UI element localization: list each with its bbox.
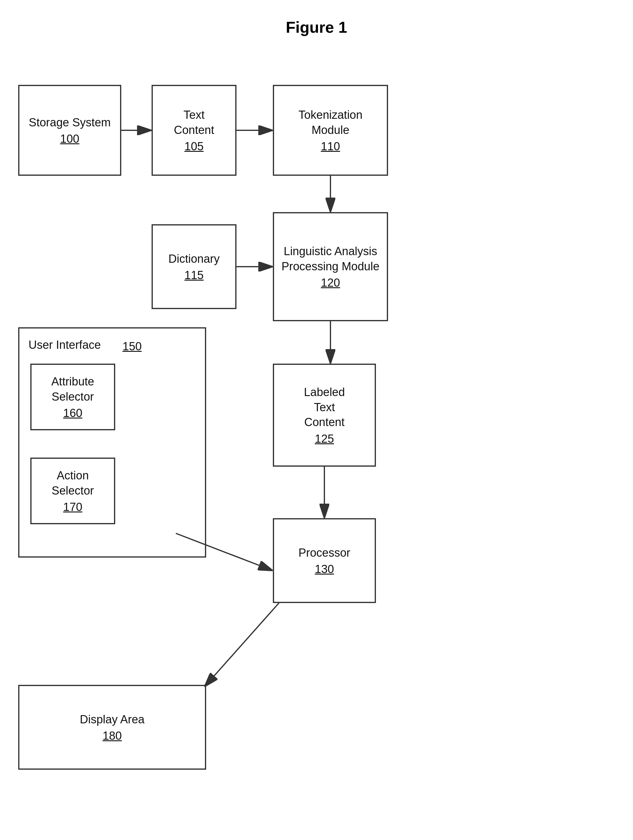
dictionary-label: Dictionary [169, 251, 220, 266]
linguistic-analysis-box: Linguistic AnalysisProcessing Module 120 [273, 212, 388, 321]
user-interface-number: 150 [122, 340, 142, 353]
storage-system-label: Storage System [29, 115, 111, 130]
labeled-text-content-number: 125 [315, 433, 334, 445]
labeled-text-content-box: LabeledTextContent 125 [273, 364, 376, 467]
svg-line-8 [206, 603, 279, 685]
action-selector-label: ActionSelector [52, 468, 94, 498]
storage-system-box: Storage System 100 [18, 85, 121, 176]
dictionary-box: Dictionary 115 [152, 224, 236, 309]
action-selector-box: ActionSelector 170 [30, 458, 115, 524]
text-content-label: TextContent [174, 107, 214, 137]
processor-number: 130 [315, 563, 334, 576]
user-interface-label: User Interface [28, 338, 101, 352]
tokenization-module-box: TokenizationModule 110 [273, 85, 388, 176]
tokenization-module-number: 110 [321, 140, 340, 153]
storage-system-number: 100 [60, 133, 79, 145]
processor-box: Processor 130 [273, 518, 376, 603]
tokenization-module-label: TokenizationModule [298, 107, 362, 137]
page-title: Figure 1 [0, 0, 633, 36]
text-content-box: TextContent 105 [152, 85, 236, 176]
dictionary-number: 115 [184, 269, 203, 282]
text-content-number: 105 [184, 140, 203, 153]
labeled-text-content-label: LabeledTextContent [304, 385, 345, 430]
attribute-selector-box: AttributeSelector 160 [30, 364, 115, 430]
attribute-selector-number: 160 [63, 407, 82, 420]
attribute-selector-label: AttributeSelector [51, 374, 94, 404]
action-selector-number: 170 [63, 501, 82, 514]
processor-label: Processor [298, 545, 350, 560]
display-area-label: Display Area [80, 712, 144, 727]
linguistic-analysis-label: Linguistic AnalysisProcessing Module [281, 244, 379, 274]
display-area-number: 180 [103, 729, 122, 742]
display-area-box: Display Area 180 [18, 685, 206, 770]
linguistic-analysis-number: 120 [321, 276, 340, 289]
